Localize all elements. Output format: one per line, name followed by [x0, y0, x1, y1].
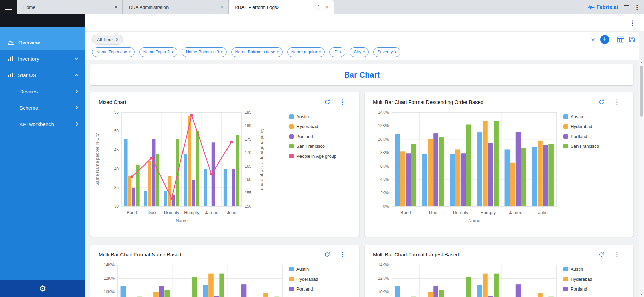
bar-chart-canvas: 14K%12K%10K%8K%6K%4K%2K%0%BondDoeDumptyH… [367, 108, 564, 228]
filter-pill-name-top-n-asc[interactable]: Name Top n asc▾ [92, 47, 135, 57]
tabs-container: Home×RDA Administration×RDAF Platform Lo… [17, 0, 334, 14]
sidebar: OverviewInventoryStar OSDevicesSchemaKPI… [0, 14, 85, 297]
svg-text:40: 40 [114, 167, 119, 171]
list-menu-icon[interactable] [624, 5, 629, 9]
scrollbar-thumb[interactable] [640, 66, 643, 117]
svg-text:Bond: Bond [400, 210, 411, 215]
chevron-down-icon: ▾ [340, 50, 341, 54]
legend-item-hyderabad[interactable]: Hyderabad [564, 122, 621, 131]
pill-label: ID [333, 50, 338, 54]
legend-item-austin[interactable]: Austin [289, 264, 347, 274]
filter-pill-name-bottom-n-3[interactable]: Name Bottom n 3▾ [182, 47, 227, 57]
chevron-down-icon [74, 57, 78, 60]
legend-item-portland[interactable]: Portland [564, 284, 621, 294]
chevron-down-icon: ▾ [172, 50, 173, 54]
sidebar-item-devices[interactable]: Devices [0, 83, 85, 99]
page-kebab-icon[interactable]: ⋮ [629, 19, 635, 27]
svg-text:John: John [538, 210, 548, 215]
refresh-icon[interactable] [324, 99, 330, 105]
chip-close-icon[interactable]: × [116, 37, 118, 42]
legend-item-austin[interactable]: Austin [564, 264, 621, 274]
legend-label: Hyderabad [296, 124, 318, 129]
svg-text:8K%: 8K% [380, 150, 389, 155]
legend-item-san-francisco[interactable]: San Francisco [564, 141, 621, 151]
tab-close-icon[interactable]: × [324, 4, 331, 10]
kebab-menu-icon[interactable]: ⋮ [614, 251, 620, 258]
tab-kebab-icon[interactable]: ⋮ [316, 4, 321, 10]
browser-tab-1[interactable]: RDA Administration× [123, 0, 229, 14]
add-filter-button[interactable]: + [600, 35, 609, 44]
scroll-down-icon[interactable]: ▼ [639, 293, 644, 296]
browser-tab-2[interactable]: RDAF Platform Logs2⋮× [229, 0, 334, 14]
refresh-icon[interactable] [599, 99, 604, 105]
legend-label: Austin [296, 267, 309, 272]
vertical-scrollbar[interactable]: ▲ ▼ [639, 60, 644, 297]
svg-text:Humpty: Humpty [480, 210, 496, 215]
legend-item-hyderabad[interactable]: Hyderabad [289, 274, 347, 284]
filter-panel: All Time × × + Name Top n asc▾Name Top n… [85, 31, 639, 60]
legend-item-austin[interactable]: Austin [564, 112, 621, 122]
legend-item-austin[interactable]: Austin [289, 112, 347, 122]
filter-pill-severity[interactable]: Severity▾ [373, 47, 400, 57]
pulse-icon [588, 4, 595, 10]
svg-text:Number of people in Age group: Number of people in Age group [260, 129, 265, 190]
legend-item-hyderabad[interactable]: Hyderabad [289, 122, 347, 131]
clear-filters-icon[interactable]: × [591, 36, 595, 43]
table-view-icon[interactable] [617, 36, 624, 43]
legend-item-san-francisco[interactable]: San Francisco [289, 294, 347, 297]
hamburger-menu-icon[interactable] [0, 0, 17, 14]
refresh-icon[interactable] [599, 252, 604, 257]
sidebar-item-kpi-workbench[interactable]: KPI workbench [0, 116, 85, 132]
chevron-up-icon [74, 74, 78, 76]
filter-pill-id[interactable]: ID▾ [329, 47, 345, 57]
filter-pill-city[interactable]: City▾ [350, 47, 369, 57]
legend-swatch [289, 267, 294, 271]
legend-item-people-in-age-group[interactable]: People in Age group [289, 151, 347, 161]
bar-chart-icon [8, 72, 14, 78]
browser-kebab-icon[interactable]: ⋮ [634, 4, 640, 11]
sidebar-item-inventory[interactable]: Inventory [0, 50, 85, 67]
legend-label: Hyderabad [571, 277, 592, 282]
save-icon[interactable] [629, 36, 635, 43]
pill-label: Severity [377, 50, 393, 54]
legend-swatch [564, 144, 568, 148]
tab-close-icon[interactable]: × [113, 4, 119, 10]
sidebar-item-overview[interactable]: Overview [0, 34, 85, 50]
browser-tab-0[interactable]: Home× [17, 0, 123, 14]
filter-pill-name-bottom-n-desc[interactable]: Name Bottom n desc▾ [231, 47, 283, 57]
scroll-up-icon[interactable]: ▲ [639, 61, 644, 64]
tab-close-icon[interactable]: × [219, 4, 225, 10]
legend-item-portland[interactable]: Portland [289, 284, 347, 294]
pill-label: Name Top n 2 [143, 50, 170, 54]
svg-text:30: 30 [114, 204, 119, 209]
legend-item-san-francisco[interactable]: San Francisco [564, 294, 621, 297]
chart-title: Multi Bar Chart Format Largest Based [373, 252, 599, 257]
time-filter-chip[interactable]: All Time × [92, 35, 123, 45]
sidebar-footer: ⚙ [0, 280, 85, 297]
legend-swatch [289, 154, 294, 158]
kebab-menu-icon[interactable]: ⋮ [340, 98, 346, 106]
legend-swatch [564, 287, 568, 291]
svg-text:160: 160 [245, 177, 251, 182]
refresh-icon[interactable] [324, 252, 330, 257]
svg-text:Doe: Doe [429, 210, 437, 215]
filter-pill-name-top-n-2[interactable]: Name Top n 2▾ [139, 47, 177, 57]
chart-title: Multi Bar Chart Format Name Based [99, 252, 324, 257]
sidebar-item-schema[interactable]: Schema [0, 99, 85, 116]
legend-item-hyderabad[interactable]: Hyderabad [564, 274, 621, 284]
legend-item-san-francisco[interactable]: San Francisco [289, 141, 347, 151]
gear-icon[interactable]: ⚙ [39, 285, 46, 293]
svg-text:50: 50 [114, 129, 119, 134]
legend-item-portland[interactable]: Portland [564, 131, 621, 141]
filter-pill-name-regular[interactable]: Name regular▾ [287, 47, 325, 57]
sidebar-item-star-os[interactable]: Star OS [0, 67, 85, 83]
svg-text:Name: Name [176, 218, 188, 223]
svg-text:12K%: 12K% [378, 123, 389, 128]
kebab-menu-icon[interactable]: ⋮ [614, 98, 620, 106]
legend-item-portland[interactable]: Portland [289, 131, 347, 141]
legend-label: People in Age group [296, 154, 336, 159]
page-title: Bar Chart [344, 71, 380, 80]
kebab-menu-icon[interactable]: ⋮ [340, 251, 346, 258]
bar-chart-canvas: 14K%12K%10K%8K%6K%4K%2K%0%BondDoeDumptyH… [93, 260, 289, 297]
svg-text:Name: Name [468, 218, 480, 223]
